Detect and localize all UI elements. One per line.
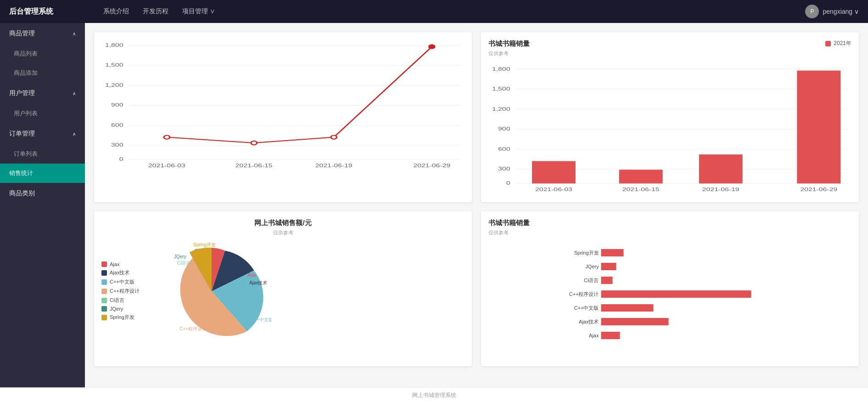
svg-text:Ci语言: Ci语言 — [584, 278, 599, 283]
legend-spring: Spring开发 — [101, 314, 143, 321]
svg-rect-43 — [797, 71, 840, 184]
sidebar-group-user-label: 用户管理 — [9, 89, 35, 97]
footer-credit: 网上书城管理系统 — [0, 387, 868, 403]
sidebar-group-goods[interactable]: 商品管理 ∧ — [0, 23, 85, 44]
svg-rect-62 — [601, 318, 669, 325]
svg-rect-60 — [601, 304, 654, 312]
sidebar-group-order-label: 订单管理 — [9, 130, 35, 138]
svg-text:JQery: JQery — [174, 254, 186, 259]
legend-color-jqery — [101, 306, 107, 312]
sidebar-group-user[interactable]: 用户管理 ∧ — [0, 83, 85, 104]
sidebar-item-user-list[interactable]: 用户列表 — [0, 104, 85, 123]
svg-text:1,800: 1,800 — [105, 42, 123, 48]
svg-text:Ajax: Ajax — [589, 333, 599, 338]
svg-rect-41 — [619, 170, 663, 183]
svg-text:2021-06-19: 2021-06-19 — [315, 163, 353, 168]
svg-text:2021-06-29: 2021-06-29 — [413, 163, 450, 168]
legend-ajax-tech: Ajax技术 — [101, 269, 143, 276]
nav-intro[interactable]: 系统介绍 — [103, 7, 129, 16]
svg-rect-52 — [601, 249, 624, 256]
username: pengxiang ∨ — [823, 8, 859, 15]
svg-text:Ajax: Ajax — [247, 272, 256, 278]
pie-chart-subtitle: 仅供参考 — [101, 229, 465, 236]
hbar-chart: Spring开发 JQery Ci语言 C++程序设计 C++中文版 Ajax技 — [488, 244, 851, 357]
svg-text:Spring开发: Spring开发 — [193, 242, 216, 247]
svg-text:2021-06-15: 2021-06-15 — [622, 187, 660, 192]
bar-chart: 1,800 1,500 1,200 900 600 300 0 — [488, 63, 851, 192]
sidebar-category-label: 商品类别 — [9, 189, 35, 198]
pie-chart-container: Ajax Ajax技术 C++中文版 C++程序设计 — [101, 241, 465, 342]
svg-text:0: 0 — [506, 181, 510, 186]
legend-color-ci — [101, 298, 107, 303]
svg-point-19 — [251, 141, 257, 145]
legend-text-cpp-cn: C++中文版 — [110, 278, 134, 285]
pie-chart-card: 网上书城销售额/元 仅供参考 Ajax Ajax技术 C++中文版 — [94, 211, 472, 367]
legend-color-ajax-tech — [101, 270, 107, 276]
svg-text:JQery: JQery — [585, 264, 599, 269]
svg-text:2021-06-03: 2021-06-03 — [148, 163, 185, 168]
bar-chart-legend: 2021年 — [825, 40, 851, 47]
line-chart: 1,800 1,500 1,200 900 600 300 0 — [101, 40, 465, 168]
legend-text-ci: Ci语言 — [110, 297, 124, 304]
legend-label-2021: 2021年 — [834, 40, 851, 47]
sidebar-item-sales[interactable]: 销售统计 — [0, 164, 85, 183]
svg-text:300: 300 — [111, 142, 123, 148]
sidebar-group-goods-label: 商品管理 — [9, 29, 35, 38]
legend-text-spring: Spring开发 — [110, 314, 134, 321]
svg-text:1,500: 1,500 — [492, 86, 510, 92]
bar-chart-subtitle: 仅供参考 — [488, 50, 530, 57]
avatar: P — [805, 5, 819, 18]
footer-text: 网上书城管理系统 — [412, 392, 456, 398]
layout: 商品管理 ∧ 商品列表 商品添加 用户管理 ∧ 用户列表 订单管理 ∧ 订单列表… — [0, 23, 868, 387]
svg-text:0: 0 — [119, 157, 123, 162]
chevron-up-icon: ∧ — [73, 31, 76, 36]
chevron-up-icon-3: ∧ — [73, 131, 76, 136]
pie-legend: Ajax Ajax技术 C++中文版 C++程序设计 — [101, 261, 143, 321]
chevron-up-icon-2: ∧ — [73, 91, 76, 96]
legend-text-ajax: Ajax — [110, 261, 119, 267]
svg-rect-58 — [601, 290, 751, 298]
nav-history[interactable]: 开发历程 — [143, 7, 168, 16]
sidebar: 商品管理 ∧ 商品列表 商品添加 用户管理 ∧ 用户列表 订单管理 ∧ 订单列表… — [0, 23, 85, 387]
svg-text:300: 300 — [498, 166, 510, 172]
hbar-chart-subtitle: 仅供参考 — [488, 229, 530, 236]
svg-text:Ajax技术: Ajax技术 — [249, 280, 267, 285]
svg-point-21 — [429, 45, 435, 48]
nav-project[interactable]: 项目管理 ∨ — [182, 7, 215, 16]
pie-svg: Ajax Ajax技术 C++中文版 C++程序设计 Ci语言 JQery Sp… — [152, 241, 271, 342]
svg-rect-42 — [699, 154, 743, 183]
svg-text:900: 900 — [498, 126, 510, 132]
svg-text:600: 600 — [111, 122, 123, 128]
sidebar-group-order[interactable]: 订单管理 ∧ — [0, 123, 85, 144]
header-nav: 系统介绍 开发历程 项目管理 ∨ — [94, 7, 805, 16]
svg-text:C++程序设计: C++程序设计 — [569, 291, 599, 297]
sidebar-item-category[interactable]: 商品类别 — [0, 183, 85, 204]
legend-cpp-cn: C++中文版 — [101, 278, 143, 285]
svg-text:C++中文版: C++中文版 — [574, 305, 599, 311]
sidebar-item-order-list[interactable]: 订单列表 — [0, 144, 85, 164]
app-logo: 后台管理系统 — [9, 7, 94, 17]
legend-ci: Ci语言 — [101, 297, 143, 304]
svg-text:Ci语言: Ci语言 — [177, 261, 190, 266]
user-menu[interactable]: P pengxiang ∨ — [805, 5, 859, 18]
svg-rect-40 — [532, 161, 576, 184]
legend-cpp-prog: C++程序设计 — [101, 288, 143, 295]
svg-rect-54 — [601, 263, 616, 270]
sidebar-item-goods-add[interactable]: 商品添加 — [0, 63, 85, 83]
sidebar-item-goods-list[interactable]: 商品列表 — [0, 44, 85, 63]
svg-text:1,200: 1,200 — [105, 82, 123, 88]
svg-rect-56 — [601, 277, 613, 284]
svg-text:1,500: 1,500 — [105, 62, 123, 68]
hbar-svg: Spring开发 JQery Ci语言 C++程序设计 C++中文版 Ajax技 — [488, 244, 851, 355]
svg-text:2021-06-29: 2021-06-29 — [800, 187, 837, 192]
bar-chart-title: 书城书籍销量 — [488, 40, 530, 48]
legend-text-ajax-tech: Ajax技术 — [110, 269, 129, 276]
svg-text:Spring开发: Spring开发 — [574, 250, 599, 255]
svg-point-20 — [331, 135, 337, 139]
line-chart-card: 1,800 1,500 1,200 900 600 300 0 — [94, 32, 472, 202]
bar-chart-card: 书城书籍销量 仅供参考 2021年 1,800 1,500 1,200 900 … — [481, 32, 859, 202]
svg-text:2021-06-15: 2021-06-15 — [235, 163, 273, 168]
svg-point-18 — [164, 135, 170, 139]
svg-text:C++中文版: C++中文版 — [251, 317, 271, 322]
svg-text:900: 900 — [111, 102, 123, 108]
